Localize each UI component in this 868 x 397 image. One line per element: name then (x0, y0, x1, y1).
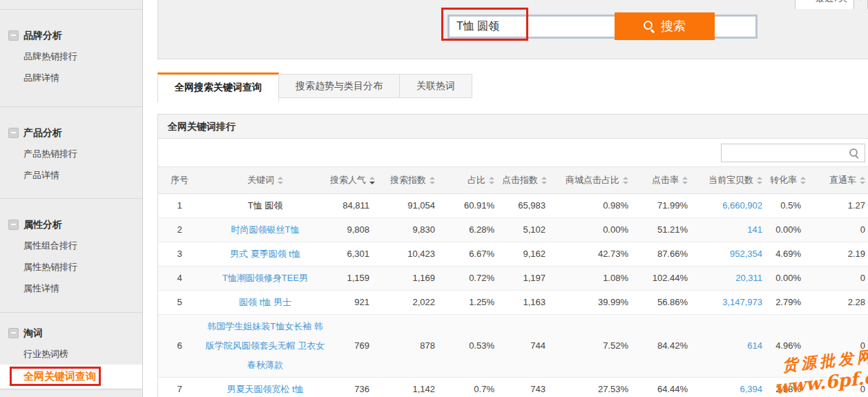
filter-search-icon[interactable] (849, 148, 859, 158)
sort-arrows-icon[interactable] (800, 177, 806, 184)
data-cell: 0.7% (442, 378, 501, 397)
item-count-link[interactable]: 3,147,973 (722, 297, 762, 307)
row-index: 7 (158, 378, 201, 397)
data-cell: 6.67% (442, 242, 501, 267)
column-header-label: 转化率 (770, 175, 797, 185)
item-count-link[interactable]: 6,394 (740, 384, 762, 394)
sidebar-item[interactable]: 品牌热销排行 (0, 46, 142, 67)
sort-arrows-icon[interactable] (623, 177, 628, 184)
item-count-link[interactable]: 20,311 (735, 273, 762, 283)
table-row: 2时尚圆领银丝T恤9,8089,8306.28%5,1020.00%51.21%… (158, 218, 868, 242)
data-cell: 0.00% (552, 218, 635, 242)
sidebar-section-header[interactable]: 属性分析 (0, 214, 142, 235)
column-header-label: 商城点击占比 (566, 175, 619, 185)
data-cell: 2.19 (808, 242, 868, 267)
column-header[interactable]: 点击指数 (501, 167, 552, 194)
table-header-row: 序号关键词搜索人气搜索指数占比点击指数商城点击占比点击率当前宝贝数转化率直通车 (158, 167, 868, 194)
sort-arrows-icon[interactable] (430, 177, 435, 184)
sidebar-item[interactable]: 行业热词榜 (0, 343, 142, 365)
search-button[interactable]: 搜索 (615, 12, 715, 40)
sidebar-item[interactable]: 属性热销排行 (0, 256, 142, 278)
keyword-link[interactable]: 韩国学生姐妹装T恤女长袖 韩版学院风圆领套头无帽 卫衣女春秋薄款 (206, 321, 325, 370)
data-cell: 1.25% (442, 291, 501, 315)
sidebar-item[interactable]: 属性组合排行 (0, 235, 142, 256)
data-cell: 1.27 (808, 194, 868, 218)
keyword-cell: 圆领 t恤 男士 (201, 291, 329, 315)
keyword-link[interactable]: 时尚圆领银丝T恤 (231, 224, 300, 235)
data-cell: 1,163 (501, 291, 552, 315)
sort-arrows-icon[interactable] (369, 177, 375, 184)
keyword-text: T恤 圆领 (248, 200, 283, 211)
sidebar-item[interactable]: 全网关键词查询 (0, 365, 142, 388)
data-cell: 0.53% (442, 315, 501, 378)
sidebar-item[interactable]: 属性详情 (0, 278, 142, 299)
keyword-link[interactable]: 圆领 t恤 男士 (239, 297, 291, 307)
data-cell: 84.42% (635, 315, 695, 378)
sort-arrows-icon[interactable] (860, 177, 865, 184)
column-header[interactable]: 商城点击占比 (552, 167, 635, 194)
sort-arrows-icon[interactable] (757, 177, 762, 184)
tab[interactable]: 关联热词 (399, 74, 472, 98)
data-cell: 921 (329, 291, 376, 315)
column-header[interactable]: 搜索指数 (376, 167, 442, 194)
data-cell: 2.88% (769, 378, 808, 397)
table-filter-input[interactable] (726, 145, 846, 162)
table-row: 4T恤潮圆领修身TEE男1,1591,1690.72%1,1971.08%102… (158, 267, 868, 291)
data-cell: 0.00% (769, 267, 808, 291)
sidebar-item[interactable]: 产品热销排行 (0, 143, 142, 164)
item-count-link[interactable]: 614 (747, 340, 762, 351)
sidebar-section-header[interactable]: 淘词 (0, 322, 142, 343)
data-cell: 0 (808, 267, 868, 291)
data-cell: 744 (501, 315, 552, 378)
sort-arrows-icon[interactable] (682, 177, 688, 184)
column-header[interactable]: 直通车 (808, 167, 868, 194)
sidebar-section-title: 淘词 (23, 327, 43, 338)
data-cell: 87.66% (635, 242, 695, 267)
table-row: 3男式 夏季圆领 t恤6,30110,4236.67%9,16242.73%87… (158, 242, 868, 267)
item-count-link[interactable]: 141 (747, 224, 762, 235)
table-row: 5圆领 t恤 男士9212,0221.25%1,16339.99%56.86%3… (158, 291, 868, 315)
column-header[interactable]: 转化率 (769, 167, 808, 194)
keyword-link[interactable]: 男式 夏季圆领 t恤 (230, 249, 300, 259)
sort-arrows-icon[interactable] (489, 177, 494, 184)
panel-title: 全网关键词排行 (158, 115, 868, 139)
column-header[interactable]: 占比 (442, 167, 501, 194)
sidebar-section-header[interactable]: 产品分析 (0, 122, 142, 143)
data-cell: 6,660,902 (695, 194, 769, 218)
keyword-link[interactable]: 男夏天圆领宽松 t恤 (226, 384, 303, 394)
row-index: 6 (158, 315, 201, 378)
data-cell: 7.52% (552, 315, 635, 378)
item-count-link[interactable]: 6,660,902 (722, 200, 762, 211)
column-header[interactable]: 搜索人气 (329, 167, 376, 194)
sort-arrows-icon[interactable] (541, 177, 547, 184)
data-cell: 9,808 (329, 218, 376, 242)
tab[interactable]: 搜索趋势与类目分布 (278, 74, 400, 98)
collapse-minus-icon[interactable] (8, 328, 19, 338)
column-header[interactable]: 当前宝贝数 (695, 167, 769, 194)
data-cell: 743 (501, 378, 552, 397)
data-cell: 769 (329, 315, 376, 378)
column-header-label: 关键词 (247, 175, 274, 185)
column-header[interactable]: 关键词 (201, 167, 329, 194)
sidebar-section-header[interactable]: 品牌分析 (0, 25, 142, 46)
data-cell: 10,423 (376, 242, 442, 267)
sidebar-item[interactable]: 产品详情 (0, 164, 142, 186)
sidebar-section: 淘词行业热词榜全网关键词查询 (0, 312, 142, 390)
chevron-down-icon[interactable]: ▾ (853, 0, 867, 9)
keyword-link[interactable]: T恤潮圆领修身TEE男 (222, 273, 308, 283)
sort-arrows-icon[interactable] (278, 177, 283, 184)
period-dropdown[interactable]: 最近7天 ▾ (795, 0, 868, 9)
column-header-label: 直通车 (829, 175, 856, 185)
data-cell: 0 (808, 218, 868, 242)
item-count-link[interactable]: 952,354 (730, 249, 762, 259)
data-cell: 141 (695, 218, 769, 242)
collapse-minus-icon[interactable] (8, 128, 19, 138)
collapse-minus-icon[interactable] (8, 30, 19, 41)
tab[interactable]: 全网搜索关键词查询 (157, 72, 279, 102)
sidebar-item[interactable]: 品牌详情 (0, 67, 142, 88)
collapse-minus-icon[interactable] (8, 220, 19, 230)
table-body: 1T恤 圆领84,81191,05460.91%65,9830.98%71.99… (158, 194, 868, 397)
column-header-label: 序号 (171, 175, 189, 185)
sidebar-item-label: 全网关键词查询 (23, 370, 96, 382)
column-header[interactable]: 点击率 (635, 167, 695, 194)
